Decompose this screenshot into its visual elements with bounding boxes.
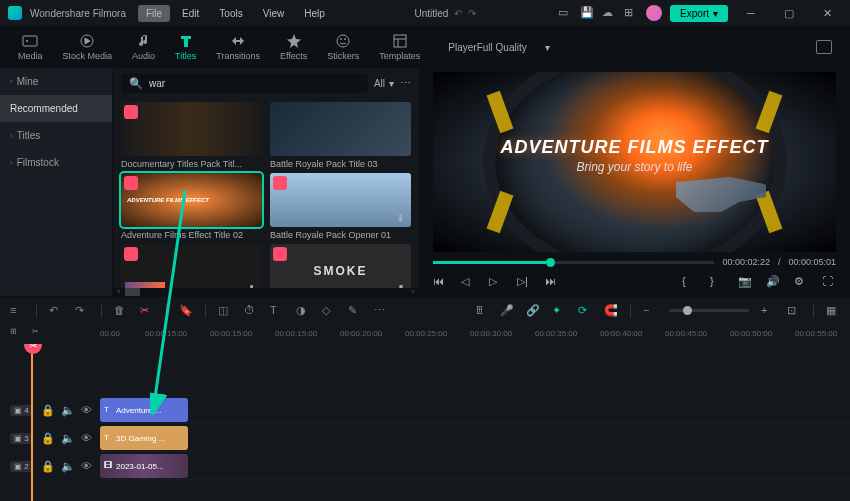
mark-in-icon[interactable]: { xyxy=(682,275,696,289)
sidebar-item-filmstock[interactable]: ›Filmstock xyxy=(0,149,112,176)
mark-out-icon[interactable]: } xyxy=(710,275,724,289)
select-tool-icon[interactable]: ✂ xyxy=(32,327,46,341)
snapshot-icon[interactable] xyxy=(816,40,832,54)
audio-sync-icon[interactable]: 🔗 xyxy=(526,304,540,318)
auto-icon[interactable]: ✦ xyxy=(552,304,566,318)
scroll-left-icon[interactable]: ‹ xyxy=(113,288,125,296)
grid-icon[interactable]: ⊞ xyxy=(624,6,638,20)
menu-file[interactable]: File xyxy=(138,5,170,22)
tab-templates[interactable]: Templates xyxy=(369,29,430,65)
more-tools-icon[interactable]: ⋯ xyxy=(374,304,388,318)
search-box[interactable]: 🔍 xyxy=(121,74,368,93)
timeline-clip[interactable]: 🎞2023-01-05... xyxy=(100,454,188,478)
sidebar-item-recommended[interactable]: Recommended xyxy=(0,95,112,122)
sidebar-item-mine[interactable]: ›Mine xyxy=(0,68,112,95)
search-input[interactable] xyxy=(149,78,360,89)
zoom-slider[interactable] xyxy=(669,309,749,312)
menu-view[interactable]: View xyxy=(255,5,293,22)
next-clip-icon[interactable]: ⏭ xyxy=(545,275,559,289)
keyframe-icon[interactable]: ◇ xyxy=(322,304,336,318)
settings-icon[interactable]: ⚙ xyxy=(794,275,808,289)
edit-icon[interactable]: ✎ xyxy=(348,304,362,318)
tab-titles[interactable]: Titles xyxy=(165,29,206,65)
magnet-icon[interactable]: 🧲 xyxy=(604,304,618,318)
menu-help[interactable]: Help xyxy=(296,5,333,22)
tab-transitions[interactable]: Transitions xyxy=(206,29,270,65)
speed-icon[interactable]: ⏱ xyxy=(244,304,258,318)
marker-icon[interactable]: 🔖 xyxy=(179,304,193,318)
window-minimize-icon[interactable]: ─ xyxy=(736,7,766,19)
progress-bar[interactable] xyxy=(433,261,714,264)
playhead[interactable] xyxy=(31,344,33,501)
track-row[interactable]: ▣ 3 🔒 🔈 👁 T3D Gaming ... xyxy=(100,424,850,452)
undo-icon[interactable]: ↶ xyxy=(454,8,462,19)
mute-icon[interactable]: 🔈 xyxy=(61,432,73,444)
tab-audio[interactable]: Audio xyxy=(122,29,165,65)
timeline-clip[interactable]: TAdventure ... xyxy=(100,398,188,422)
save-icon[interactable]: 💾 xyxy=(580,6,594,20)
render-icon[interactable]: ⟳ xyxy=(578,304,592,318)
thumb-item[interactable]: Documentary Titles Pack Titl... xyxy=(121,102,262,169)
download-icon[interactable]: ⬇ xyxy=(396,212,408,224)
visibility-icon[interactable]: 👁 xyxy=(81,432,93,444)
sidebar-item-titles[interactable]: ›Titles xyxy=(0,122,112,149)
export-button[interactable]: Export ▾ xyxy=(670,5,728,22)
color-icon[interactable]: ◑ xyxy=(296,304,310,318)
more-icon[interactable]: ⋯ xyxy=(400,77,411,90)
visibility-icon[interactable]: 👁 xyxy=(81,460,93,472)
voiceover-icon[interactable]: 🎤 xyxy=(500,304,514,318)
mixer-icon[interactable]: 🎚 xyxy=(474,304,488,318)
undo-icon[interactable]: ↶ xyxy=(49,304,63,318)
thumb-item-selected[interactable]: ADVENTURE FILMS EFFECTAdventure Films Ef… xyxy=(121,173,262,240)
preview-viewport[interactable]: ADVENTURE FILMS EFFECT Bring your story … xyxy=(433,72,836,252)
user-avatar-icon[interactable] xyxy=(646,5,662,21)
tab-stickers[interactable]: Stickers xyxy=(317,29,369,65)
zoom-handle[interactable] xyxy=(683,306,692,315)
track-row[interactable]: ▣ 2 🔒 🔈 👁 🎞2023-01-05... xyxy=(100,452,850,480)
thumb-item[interactable]: ⬇Battle Royale Pack Opener 01 xyxy=(270,173,411,240)
window-maximize-icon[interactable]: ▢ xyxy=(774,7,804,20)
track-row[interactable]: ▣ 4 🔒 🔈 👁 TAdventure ... xyxy=(100,396,850,424)
text-icon[interactable]: T xyxy=(270,304,284,318)
thumb-item[interactable]: Battle Royale Pack Title 03 xyxy=(270,102,411,169)
track-manage-icon[interactable]: ⊞ xyxy=(10,327,24,341)
delete-icon[interactable]: 🗑 xyxy=(114,304,128,318)
lock-icon[interactable]: 🔒 xyxy=(41,460,53,472)
quality-dropdown[interactable]: Full Quality ▾ xyxy=(477,42,550,53)
step-back-icon[interactable]: ◁ xyxy=(461,275,475,289)
timeline-ruler[interactable]: ⊞ ✂ 00.00 00:00:15:00 00:00:15:00 00:00:… xyxy=(0,324,850,344)
step-forward-icon[interactable]: ▷| xyxy=(517,275,531,289)
mute-icon[interactable]: 🔈 xyxy=(61,460,73,472)
play-icon[interactable]: ▷ xyxy=(489,275,503,289)
filter-dropdown[interactable]: All▾ xyxy=(374,78,394,89)
redo-icon[interactable]: ↷ xyxy=(468,8,476,19)
zoom-out-icon[interactable]: − xyxy=(643,304,657,318)
menu-tools[interactable]: Tools xyxy=(211,5,250,22)
menu-edit[interactable]: Edit xyxy=(174,5,207,22)
scrollbar-thumb[interactable] xyxy=(125,288,140,296)
scissors-icon[interactable]: ✂ xyxy=(140,304,154,318)
prev-clip-icon[interactable]: ⏮ xyxy=(433,275,447,289)
crop-icon[interactable]: ◫ xyxy=(218,304,232,318)
zoom-fit-icon[interactable]: ⊡ xyxy=(787,304,801,318)
zoom-in-icon[interactable]: + xyxy=(761,304,775,318)
overview-icon[interactable]: ▦ xyxy=(826,304,840,318)
visibility-icon[interactable]: 👁 xyxy=(81,404,93,416)
timeline-clip[interactable]: T3D Gaming ... xyxy=(100,426,188,450)
device-icon[interactable]: ▭ xyxy=(558,6,572,20)
tab-media[interactable]: Media xyxy=(8,29,53,65)
lock-icon[interactable]: 🔒 xyxy=(41,404,53,416)
cloud-icon[interactable]: ☁ xyxy=(602,6,616,20)
tab-stock-media[interactable]: Stock Media xyxy=(53,29,123,65)
mute-icon[interactable]: 🔈 xyxy=(61,404,73,416)
camera-icon[interactable]: 📷 xyxy=(738,275,752,289)
redo-icon[interactable]: ↷ xyxy=(75,304,89,318)
tab-effects[interactable]: Effects xyxy=(270,29,317,65)
scroll-right-icon[interactable]: › xyxy=(407,288,419,296)
fullscreen-icon[interactable]: ⛶ xyxy=(822,275,836,289)
lock-icon[interactable]: 🔒 xyxy=(41,432,53,444)
progress-handle[interactable] xyxy=(546,258,555,267)
scrollbar[interactable]: ‹ › xyxy=(113,288,419,296)
window-close-icon[interactable]: ✕ xyxy=(812,7,842,20)
volume-icon[interactable]: 🔊 xyxy=(766,275,780,289)
